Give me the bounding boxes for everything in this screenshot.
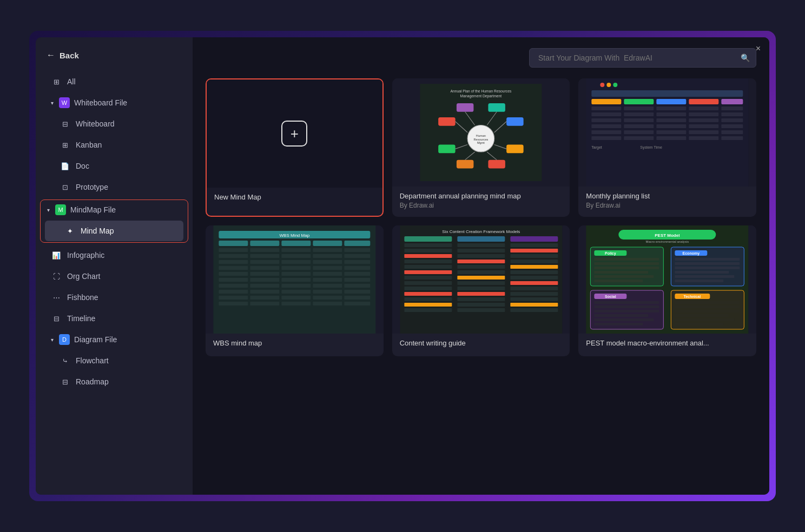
svg-rect-142 — [457, 254, 505, 258]
template-card-dept[interactable]: Annual Plan of the Human Resources Manag… — [392, 78, 570, 217]
kanban-icon: ⊞ — [60, 139, 70, 150]
close-button[interactable]: × — [756, 44, 761, 54]
svg-rect-104 — [250, 284, 279, 288]
svg-rect-163 — [510, 292, 558, 296]
sidebar-section-mindmap-file[interactable]: ▾ M MindMap File — [41, 200, 188, 220]
svg-rect-100 — [281, 278, 311, 282]
svg-text:Mgmt: Mgmt — [477, 141, 485, 144]
sidebar-item-label: Roadmap — [76, 377, 109, 386]
template-thumbnail-new: + — [207, 79, 382, 188]
template-title: Content writing guide — [400, 339, 563, 347]
svg-rect-166 — [510, 308, 558, 312]
svg-rect-31 — [689, 99, 719, 104]
back-arrow-icon: ← — [47, 50, 55, 60]
sidebar-item-org-chart[interactable]: ⛶ Org Chart — [40, 266, 188, 287]
svg-rect-155 — [510, 249, 558, 252]
svg-text:Macro-environmental analysis: Macro-environmental analysis — [646, 240, 689, 243]
svg-rect-144 — [457, 265, 505, 269]
sidebar-item-mind-map[interactable]: ✦ Mind Map — [45, 221, 183, 241]
sidebar-item-prototype[interactable]: ⊡ Prototype — [40, 177, 188, 197]
svg-rect-13 — [506, 145, 524, 154]
template-title: Department annual planning mind map — [400, 192, 563, 200]
sidebar-item-roadmap[interactable]: ⊟ Roadmap — [40, 371, 188, 392]
search-bar: 🔍 — [206, 48, 756, 68]
template-thumbnail-dept: Annual Plan of the Human Resources Manag… — [392, 78, 570, 187]
search-input[interactable] — [529, 48, 756, 68]
sidebar-item-all[interactable]: ⊞ All — [40, 71, 188, 92]
svg-rect-84 — [250, 260, 279, 264]
svg-rect-161 — [510, 281, 558, 285]
template-card-pest[interactable]: PEST Model Macro-environmental analysis … — [578, 225, 756, 356]
sidebar-item-flowchart[interactable]: ⤷ Flowchart — [40, 350, 188, 371]
sidebar-section-diagram-file[interactable]: ▾ D Diagram File — [40, 329, 188, 350]
svg-rect-57 — [722, 130, 743, 134]
svg-rect-192 — [595, 301, 659, 304]
sidebar-item-timeline[interactable]: ⊟ Timeline — [40, 308, 188, 329]
svg-rect-130 — [404, 265, 452, 269]
svg-text:Annual Plan of the Human Resou: Annual Plan of the Human Resources — [451, 89, 512, 93]
sidebar-item-fishbone[interactable]: ⋯ Fishbone — [40, 287, 188, 308]
template-info: Department annual planning mind map By E… — [392, 187, 570, 217]
template-card-content[interactable]: Six Content Creation Framework Models — [392, 225, 570, 356]
svg-rect-133 — [404, 281, 452, 285]
svg-rect-113 — [219, 296, 248, 300]
svg-rect-164 — [510, 297, 558, 301]
svg-rect-79 — [250, 254, 279, 258]
svg-rect-149 — [457, 292, 505, 296]
svg-rect-206 — [675, 323, 724, 325]
svg-rect-136 — [404, 297, 452, 301]
template-author: By Edraw.ai — [400, 202, 563, 209]
template-card-new[interactable]: + New Mind Map — [206, 78, 384, 217]
svg-rect-188 — [675, 280, 724, 282]
svg-text:Six Content Creation Framework: Six Content Creation Framework Models — [442, 229, 520, 234]
svg-text:Economy: Economy — [683, 251, 700, 256]
svg-rect-110 — [281, 290, 311, 294]
svg-point-26 — [613, 83, 618, 87]
sidebar-item-doc[interactable]: 📄 Doc — [40, 156, 188, 176]
svg-rect-95 — [281, 272, 311, 276]
svg-rect-98 — [219, 278, 248, 282]
sidebar-section-label: MindMap File — [70, 205, 116, 214]
template-title: PEST model macro-environment anal... — [586, 339, 749, 347]
sidebar-item-label: Infographic — [67, 251, 104, 260]
svg-rect-92 — [344, 266, 370, 270]
svg-point-24 — [601, 83, 605, 87]
svg-rect-47 — [722, 118, 743, 122]
outer-background: × ← Back ⊞ All ▾ W Whiteboard File ⊟ Whi… — [29, 31, 776, 501]
sidebar-item-kanban[interactable]: ⊞ Kanban — [40, 135, 188, 155]
svg-rect-151 — [457, 303, 505, 307]
back-label: Back — [60, 51, 79, 60]
doc-icon: 📄 — [60, 161, 70, 171]
mindmap-icon: ✦ — [64, 225, 75, 236]
svg-rect-87 — [344, 260, 370, 264]
template-card-monthly[interactable]: Target System Time Monthly planning list… — [578, 78, 756, 217]
svg-rect-122 — [344, 302, 370, 305]
svg-rect-183 — [675, 258, 740, 261]
svg-rect-131 — [404, 270, 452, 274]
sidebar-item-whiteboard[interactable]: ⊟ Whiteboard — [40, 114, 188, 134]
svg-rect-49 — [624, 124, 654, 128]
svg-rect-157 — [510, 260, 558, 263]
app-window: × ← Back ⊞ All ▾ W Whiteboard File ⊟ Whi… — [36, 37, 769, 495]
svg-rect-147 — [457, 281, 505, 285]
svg-rect-129 — [404, 260, 452, 263]
fishbone-icon: ⋯ — [51, 292, 62, 303]
svg-rect-77 — [344, 248, 370, 252]
svg-text:System Time: System Time — [641, 145, 663, 150]
svg-rect-38 — [592, 112, 622, 116]
template-card-wbs[interactable]: WBS Mind Map — [206, 225, 384, 356]
sidebar-section-whiteboard-file[interactable]: ▾ W Whiteboard File — [40, 92, 188, 113]
sidebar-item-infographic[interactable]: 📊 Infographic — [40, 245, 188, 265]
back-button[interactable]: ← Back — [36, 46, 193, 71]
template-thumbnail-monthly: Target System Time — [578, 78, 756, 187]
svg-rect-107 — [344, 284, 370, 288]
svg-rect-7 — [438, 117, 456, 126]
svg-rect-36 — [689, 107, 719, 110]
sidebar-section-label: Diagram File — [74, 335, 117, 344]
svg-rect-88 — [219, 266, 248, 270]
svg-rect-106 — [313, 284, 342, 288]
svg-rect-75 — [281, 248, 311, 252]
svg-rect-160 — [510, 276, 558, 280]
svg-rect-43 — [592, 118, 622, 122]
svg-text:Policy: Policy — [605, 251, 616, 256]
